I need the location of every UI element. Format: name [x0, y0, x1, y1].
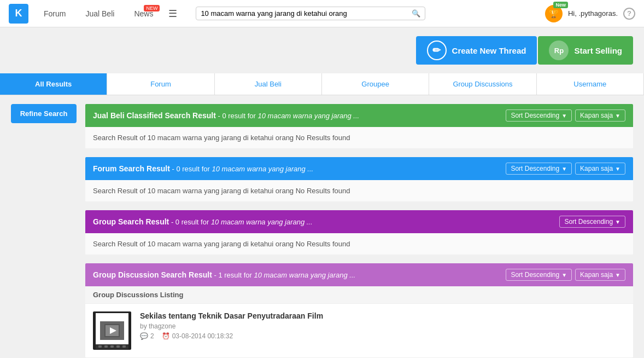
- forum-sort-button[interactable]: Sort Descending ▼: [506, 163, 572, 175]
- caret-icon: ▼: [561, 166, 567, 172]
- discussion-meta: 💬 2 ⏰ 03-08-2014 00:18:32: [140, 332, 625, 340]
- group-discussion-controls: Sort Descending ▼ Kapan saja ▼: [506, 269, 625, 281]
- group-sort-button[interactable]: Sort Descending ▼: [559, 216, 625, 228]
- group-controls: Sort Descending ▼: [559, 216, 625, 228]
- discussion-item: Sekilas tentang Teknik Dasar Penyutradar…: [85, 304, 633, 357]
- refine-search-button[interactable]: Refine Search: [11, 104, 77, 123]
- caret-icon: ▼: [615, 113, 620, 119]
- group-discussion-title: Group Discussion Search Result - 1 resul…: [93, 270, 355, 279]
- caret-icon: ▼: [561, 272, 567, 278]
- group-section: Group Search Result - 0 result for 10 ma…: [85, 210, 633, 255]
- jualbeli-title: Jual Beli Classified Search Result - 0 r…: [93, 111, 359, 120]
- jualbeli-section: Jual Beli Classified Search Result - 0 r…: [85, 104, 633, 148]
- username: Hi, .pythagoras.: [568, 9, 618, 18]
- jualbeli-sort-button[interactable]: Sort Descending ▼: [506, 109, 572, 122]
- create-sell-group: ✏ Create New Thread Rp Start Selling: [416, 36, 633, 65]
- discussion-content: Sekilas tentang Teknik Dasar Penyutradar…: [140, 311, 625, 340]
- group-discussion-section: Group Discussion Search Result - 1 resul…: [85, 263, 633, 357]
- tab-username[interactable]: Username: [537, 73, 644, 95]
- results-area: Jual Beli Classified Search Result - 0 r…: [85, 104, 633, 358]
- group-body: Search Result of 10 macam warna yang jar…: [85, 233, 633, 255]
- discussion-title[interactable]: Sekilas tentang Teknik Dasar Penyutradar…: [140, 311, 625, 320]
- caret-icon: ▼: [615, 272, 620, 278]
- tab-forum[interactable]: Forum: [107, 73, 214, 95]
- nav-forum[interactable]: Forum: [39, 9, 70, 18]
- jualbeli-body: Search Result of 10 macam warna yang jar…: [85, 127, 633, 148]
- forum-title: Forum Search Result - 0 result for 10 ma…: [93, 164, 313, 173]
- caret-icon: ▼: [561, 113, 567, 119]
- tab-groupee[interactable]: Groupee: [322, 73, 429, 95]
- group-header: Group Search Result - 0 result for 10 ma…: [85, 210, 633, 233]
- refine-sidebar: Refine Search: [11, 104, 77, 358]
- header: K Forum Jual Beli News NEW ☰ 🔍 🏆 New Hi,…: [0, 0, 644, 27]
- search-tabs: All Results Forum Jual Beli Groupee Grou…: [0, 73, 644, 95]
- action-bar: ✏ Create New Thread Rp Start Selling: [0, 27, 644, 73]
- tab-all-results[interactable]: All Results: [0, 73, 107, 95]
- search-input[interactable]: [201, 9, 412, 18]
- discussion-author: by thagzone: [140, 322, 625, 330]
- comment-count: 💬 2: [140, 332, 154, 340]
- forum-body: Search Result of 10 macam warna yang jar…: [85, 180, 633, 201]
- create-thread-button[interactable]: ✏ Create New Thread: [416, 36, 537, 65]
- new-badge: New: [553, 2, 568, 8]
- group-discussion-header: Group Discussion Search Result - 1 resul…: [85, 263, 633, 286]
- help-icon[interactable]: ?: [623, 8, 635, 20]
- group-discussion-kapan-button[interactable]: Kapan saja ▼: [575, 269, 625, 281]
- tab-jualbeli[interactable]: Jual Beli: [215, 73, 322, 95]
- main-layout: Refine Search Jual Beli Classified Searc…: [0, 95, 644, 358]
- pencil-icon: ✏: [427, 41, 447, 60]
- caret-icon: ▼: [615, 166, 620, 172]
- jualbeli-controls: Sort Descending ▼ Kapan saja ▼: [506, 109, 625, 122]
- avatar: 🏆 New: [545, 5, 563, 22]
- header-right: 🏆 New Hi, .pythagoras. ?: [545, 5, 635, 22]
- discussion-date: ⏰ 03-08-2014 00:18:32: [162, 332, 233, 340]
- news-badge: NEW: [144, 5, 160, 11]
- rp-icon: Rp: [549, 41, 569, 60]
- forum-controls: Sort Descending ▼ Kapan saja ▼: [506, 163, 625, 175]
- forum-section: Forum Search Result - 0 result for 10 ma…: [85, 157, 633, 201]
- search-bar: 🔍: [196, 7, 425, 20]
- jualbeli-header: Jual Beli Classified Search Result - 0 r…: [85, 104, 633, 127]
- comment-icon: 💬: [140, 332, 148, 340]
- group-discussion-subheader: Group Discussions Listing: [85, 286, 633, 304]
- search-icon[interactable]: 🔍: [412, 9, 420, 18]
- forum-kapan-button[interactable]: Kapan saja ▼: [575, 163, 625, 175]
- start-selling-button[interactable]: Rp Start Selling: [538, 36, 633, 65]
- group-discussion-sort-button[interactable]: Sort Descending ▼: [506, 269, 572, 281]
- clock-icon: ⏰: [162, 332, 170, 340]
- group-title: Group Search Result - 0 result for 10 ma…: [93, 217, 313, 226]
- nav-news[interactable]: News NEW: [130, 9, 157, 18]
- logo[interactable]: K: [9, 4, 28, 24]
- nav-jualbeli[interactable]: Jual Beli: [81, 9, 119, 18]
- forum-header: Forum Search Result - 0 result for 10 ma…: [85, 157, 633, 180]
- discussion-thumbnail: [93, 311, 131, 350]
- tab-group-discussions[interactable]: Group Discussions: [429, 73, 536, 95]
- caret-icon: ▼: [615, 219, 620, 225]
- jualbeli-kapan-button[interactable]: Kapan saja ▼: [575, 109, 625, 122]
- hamburger-icon[interactable]: ☰: [168, 8, 177, 20]
